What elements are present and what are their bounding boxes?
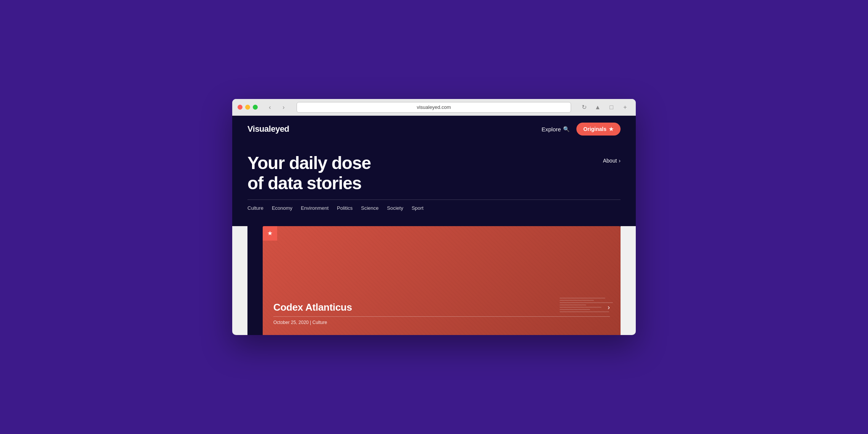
address-bar[interactable]: visualeyed.com [297, 102, 571, 113]
card-date: October 25, 2020 [273, 320, 309, 325]
originals-label: Originals [583, 126, 606, 132]
duplicate-button[interactable]: □ [606, 102, 617, 113]
share-button[interactable]: ▲ [592, 102, 603, 113]
star-badge: ★ [263, 226, 277, 241]
star-icon: ★ [609, 126, 614, 132]
traffic-lights [238, 105, 258, 110]
card-title-row: Codex Atlanticus › [273, 302, 610, 313]
about-label: About [603, 158, 617, 164]
nav-right: Explore 🔍 Originals ★ [541, 123, 621, 136]
website-content: Visualeyed Explore 🔍 Originals ★ Your da… [232, 116, 636, 335]
site-logo[interactable]: Visualeyed [247, 124, 289, 134]
traffic-light-close[interactable] [238, 105, 243, 110]
category-item-science[interactable]: Science [361, 205, 378, 211]
forward-button[interactable]: › [278, 102, 289, 113]
category-item-environment[interactable]: Environment [301, 205, 329, 211]
browser-window: ‹ › visualeyed.com ↻ ▲ □ + Visualeyed Ex… [232, 99, 636, 335]
traffic-light-maximize[interactable] [253, 105, 258, 110]
back-button[interactable]: ‹ [265, 102, 275, 113]
refresh-button[interactable]: ↻ [579, 102, 589, 113]
card-meta: October 25, 2020 | Culture [273, 320, 610, 325]
originals-button[interactable]: Originals ★ [576, 123, 621, 136]
search-icon: 🔍 [563, 126, 570, 132]
about-link[interactable]: About › [603, 158, 621, 164]
site-navigation: Visualeyed Explore 🔍 Originals ★ [232, 116, 636, 142]
category-item-sport[interactable]: Sport [412, 205, 423, 211]
browser-nav-buttons: ‹ › [265, 102, 289, 113]
card-arrow-icon: › [608, 303, 610, 311]
explore-button[interactable]: Explore 🔍 [541, 126, 570, 132]
url-text: visualeyed.com [417, 104, 451, 110]
side-panel-left [232, 226, 247, 335]
hero-title: Your daily dose of data stories [247, 153, 392, 193]
card-title: Codex Atlanticus [273, 302, 352, 313]
category-item-economy[interactable]: Economy [272, 205, 292, 211]
hero-title-line2: of data stories [247, 173, 361, 193]
side-panel-right [621, 226, 636, 335]
browser-actions: ↻ ▲ □ + [579, 102, 630, 113]
featured-area: ★ Codex Atlanticus › October 25, 2020 | … [232, 226, 636, 335]
desktop-background: ‹ › visualeyed.com ↻ ▲ □ + Visualeyed Ex… [0, 0, 868, 434]
category-item-culture[interactable]: Culture [247, 205, 263, 211]
hero-section: Your daily dose of data stories About › … [232, 142, 636, 219]
card-content: Codex Atlanticus › October 25, 2020 | Cu… [273, 302, 610, 325]
traffic-light-minimize[interactable] [245, 105, 250, 110]
explore-label: Explore [541, 126, 561, 132]
card-divider [273, 316, 610, 317]
about-chevron-icon: › [619, 158, 621, 164]
hero-title-line1: Your daily dose [247, 153, 371, 173]
category-item-society[interactable]: Society [387, 205, 404, 211]
category-navigation: CultureEconomyEnvironmentPoliticsScience… [247, 205, 621, 211]
category-item-politics[interactable]: Politics [337, 205, 353, 211]
hero-divider [247, 199, 621, 200]
star-badge-icon: ★ [267, 230, 273, 237]
card-category: Culture [313, 320, 327, 325]
featured-card[interactable]: ★ Codex Atlanticus › October 25, 2020 | … [263, 226, 621, 335]
browser-chrome: ‹ › visualeyed.com ↻ ▲ □ + [232, 99, 636, 116]
add-tab-button[interactable]: + [620, 102, 630, 113]
